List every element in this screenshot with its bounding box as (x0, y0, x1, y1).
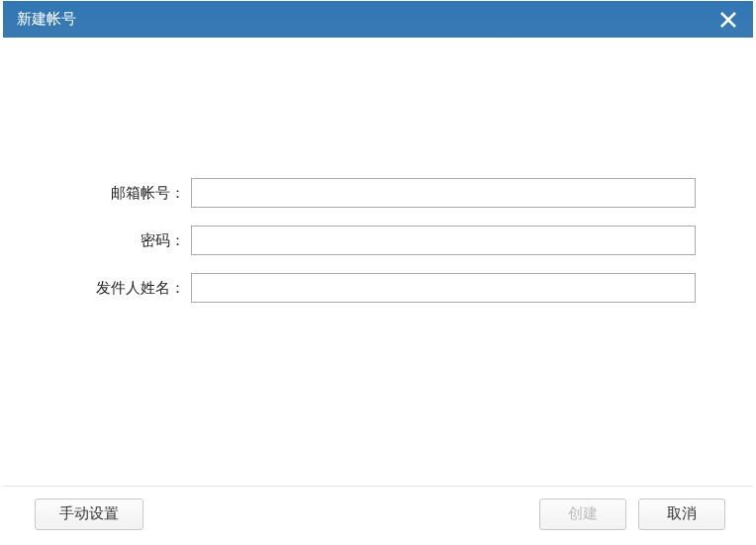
close-icon[interactable] (717, 9, 739, 31)
manual-setup-button[interactable]: 手动设置 (35, 499, 143, 530)
email-field[interactable] (191, 178, 696, 208)
cancel-button[interactable]: 取消 (638, 499, 725, 530)
footer-right-group: 创建 取消 (539, 499, 725, 530)
email-label: 邮箱帐号： (3, 184, 191, 203)
sender-name-field[interactable] (191, 273, 696, 303)
create-button[interactable]: 创建 (539, 499, 626, 530)
form-row-email: 邮箱帐号： (3, 178, 753, 208)
form-row-password: 密码： (3, 226, 753, 255)
dialog-title: 新建帐号 (17, 10, 76, 29)
new-account-dialog: 新建帐号 邮箱帐号： 密码： 发件人姓名： 手动设置 创建 取消 (2, 0, 754, 542)
dialog-body: 邮箱帐号： 密码： 发件人姓名： (3, 38, 753, 486)
dialog-footer: 手动设置 创建 取消 (3, 486, 753, 541)
password-field[interactable] (191, 226, 696, 255)
sender-name-label: 发件人姓名： (3, 279, 191, 298)
form-row-sender: 发件人姓名： (3, 273, 753, 303)
dialog-header: 新建帐号 (3, 1, 753, 38)
password-label: 密码： (3, 231, 191, 250)
